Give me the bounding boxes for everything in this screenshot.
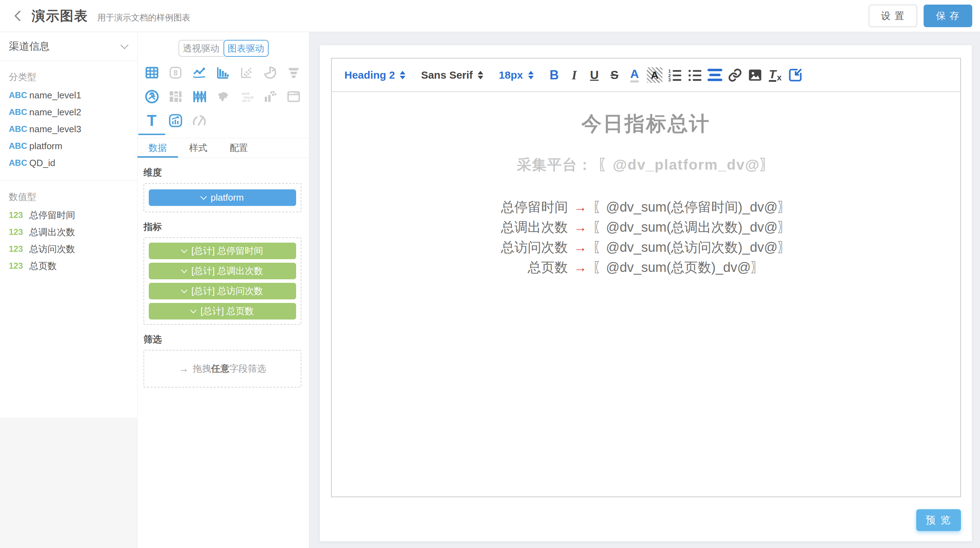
svg-text:8: 8	[173, 68, 177, 77]
dimension-label: 维度	[143, 166, 301, 179]
string-type-icon: ABC	[9, 124, 29, 134]
tab-config[interactable]: 配置	[219, 138, 259, 158]
updown-arrows-icon	[400, 71, 406, 79]
svg-text:cloud: cloud	[243, 95, 253, 99]
field-item-qd-id[interactable]: ABCQD_id	[0, 155, 137, 171]
dimension-dropzone[interactable]: platform	[143, 183, 301, 212]
radar-chart-icon[interactable]	[140, 86, 164, 107]
tab-data[interactable]: 数据	[137, 138, 178, 158]
svg-text:3: 3	[668, 77, 671, 83]
filter-dropzone[interactable]: → 拖拽任意字段筛选	[143, 350, 301, 387]
wordcloud-chart-icon[interactable]: wordcloudagile Bi	[234, 86, 258, 107]
chevron-down-icon	[181, 267, 187, 273]
field-item-total-pages[interactable]: 123总页数	[0, 257, 137, 274]
number-card-icon[interactable]: 8	[164, 62, 187, 83]
font-select[interactable]: Sans Serif	[421, 69, 483, 81]
red-arrow-icon: →	[574, 240, 587, 255]
settings-button[interactable]: 设 置	[869, 5, 917, 27]
chevron-down-icon	[200, 193, 207, 199]
chart-drive-tab[interactable]: 图表驱动	[223, 40, 269, 57]
align-button[interactable]	[705, 65, 725, 86]
svg-text:agile Bi: agile Bi	[242, 99, 250, 102]
metric-line: 总页数→〖@dv_sum(总页数)_dv@〗	[332, 257, 960, 277]
metric-pill-total-visits[interactable]: [总计] 总访问次数	[149, 283, 296, 299]
pie-chart-icon[interactable]	[258, 62, 282, 83]
dataset-selector[interactable]: 渠道信息	[0, 32, 137, 61]
field-item-name-level3[interactable]: ABCname_level3	[0, 121, 137, 137]
heading-select[interactable]: Heading 2	[344, 69, 406, 81]
document-content[interactable]: 今日指标总计 采集平台：〖@dv_platform_dv@〗 总停留时间→〖@d…	[332, 92, 960, 497]
china-map-icon[interactable]	[211, 86, 234, 107]
red-arrow-icon: →	[574, 199, 587, 214]
underline-button[interactable]: U	[584, 65, 605, 86]
mosaic-chart-icon[interactable]	[164, 86, 187, 107]
clear-format-button[interactable]: Tx	[765, 65, 786, 86]
align-lines-icon	[708, 69, 722, 81]
text-chart-icon[interactable]: T	[140, 110, 164, 131]
updown-arrows-icon	[528, 71, 534, 79]
metrics-label: 指标	[143, 221, 301, 233]
save-button[interactable]: 保 存	[924, 5, 972, 27]
field-item-total-callout[interactable]: 123总调出次数	[0, 223, 137, 241]
string-type-icon: ABC	[9, 107, 29, 117]
field-item-name-level1[interactable]: ABCname_level1	[0, 87, 137, 104]
numeric-section-label: 数值型	[0, 181, 137, 207]
metric-pill-total-stay-time[interactable]: [总计] 总停留时间	[149, 243, 296, 259]
editor-toolbar: Heading 2 Sans Serif 18px	[332, 59, 960, 92]
line-chart-icon[interactable]	[187, 62, 211, 83]
metrics-dropzone[interactable]: [总计] 总停留时间 [总计] 总调出次数 [总计] 总访问次数 [总计] 总页…	[143, 237, 301, 325]
number-type-icon: 123	[9, 244, 29, 254]
italic-button[interactable]: I	[565, 65, 584, 86]
strikethrough-button[interactable]: S	[605, 65, 625, 86]
bold-button[interactable]: B	[544, 65, 565, 86]
link-button[interactable]	[725, 65, 745, 86]
tab-style[interactable]: 样式	[178, 138, 219, 158]
chart-config-panel: 透视驱动 图表驱动 8	[137, 32, 310, 548]
field-item-name-level2[interactable]: ABCname_level2	[0, 104, 137, 121]
back-button[interactable]	[11, 8, 26, 24]
chevron-left-icon	[14, 10, 25, 21]
chevron-down-icon	[121, 41, 129, 49]
metric-pill-total-pages[interactable]: [总计] 总页数	[149, 303, 296, 320]
platform-line: 采集平台：〖@dv_platform_dv@〗	[332, 155, 960, 175]
sidebar-filler	[0, 418, 137, 548]
funnel-chart-icon[interactable]	[282, 62, 305, 83]
drive-mode-toggle: 透视驱动 图表驱动	[178, 40, 269, 57]
canvas-area: Heading 2 Sans Serif 18px	[310, 32, 980, 548]
field-item-platform[interactable]: ABCplatform	[0, 137, 137, 155]
rich-text-editor: Heading 2 Sans Serif 18px	[331, 58, 961, 497]
page-subtitle: 用于演示文档的样例图表	[97, 12, 190, 23]
metric-card-chart-icon[interactable]	[164, 110, 187, 131]
table-chart-icon[interactable]	[140, 62, 164, 83]
gauge-chart-icon[interactable]	[187, 110, 211, 131]
category-section-label: 分类型	[0, 61, 137, 87]
preview-button[interactable]: 预 览	[916, 509, 961, 531]
ordered-list-button[interactable]: 123	[665, 65, 685, 86]
select-placeholder-button[interactable]	[786, 65, 805, 86]
filter-label: 筛选	[143, 333, 301, 346]
insert-image-button[interactable]	[745, 65, 765, 86]
bar-chart-icon[interactable]	[211, 62, 234, 83]
string-type-icon: ABC	[9, 141, 29, 151]
metric-pill-total-callout[interactable]: [总计] 总调出次数	[149, 263, 296, 279]
parallel-chart-icon[interactable]	[187, 86, 211, 107]
iframe-card-icon[interactable]	[282, 86, 305, 107]
highlight-color-button[interactable]: A	[645, 65, 665, 86]
chevron-down-icon	[190, 307, 196, 313]
text-widget-card: Heading 2 Sans Serif 18px	[320, 45, 972, 541]
field-item-total-stay-time[interactable]: 123总停留时间	[0, 207, 137, 223]
font-size-select[interactable]: 18px	[499, 69, 533, 81]
number-type-icon: 123	[9, 210, 29, 220]
field-sidebar: 渠道信息 分类型 ABCname_level1 ABCname_level2 A…	[0, 32, 137, 548]
text-color-button[interactable]: A	[625, 65, 645, 86]
category-field-list: ABCname_level1 ABCname_level2 ABCname_le…	[0, 87, 137, 171]
combo-chart-icon[interactable]	[258, 86, 282, 107]
drag-arrow-icon: →	[179, 363, 189, 374]
pivot-drive-tab[interactable]: 透视驱动	[178, 40, 223, 57]
chevron-down-icon	[181, 247, 187, 253]
bullet-list-button[interactable]	[685, 65, 705, 86]
scatter-chart-icon[interactable]	[234, 62, 258, 83]
numeric-field-list: 123总停留时间 123总调出次数 123总访问次数 123总页数	[0, 207, 137, 274]
dimension-pill-platform[interactable]: platform	[149, 190, 296, 206]
field-item-total-visits[interactable]: 123总访问次数	[0, 241, 137, 257]
